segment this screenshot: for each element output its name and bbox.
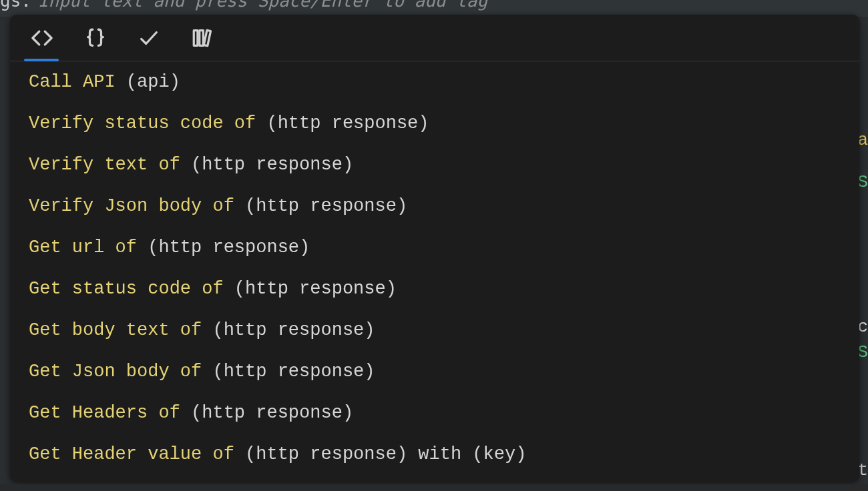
tab-library[interactable] — [177, 18, 227, 58]
tab-keywords[interactable] — [17, 18, 67, 58]
check-icon — [138, 27, 160, 49]
svg-rect-2 — [204, 30, 210, 45]
suggestion-keyword: Call API — [29, 72, 126, 92]
suggestion-row[interactable]: Get body text of (http response) — [29, 322, 854, 340]
tab-strip — [10, 15, 859, 61]
angle-brackets-icon — [31, 27, 53, 49]
suggestion-row[interactable]: Get Headers of (http response) — [29, 404, 854, 422]
suggestion-keyword: Verify status code of — [29, 113, 266, 133]
svg-rect-0 — [194, 30, 198, 45]
tab-assertions[interactable] — [124, 18, 174, 58]
suggestion-row[interactable]: Call API (api) — [29, 73, 854, 91]
tab-variables[interactable] — [70, 18, 120, 58]
suggestion-list: Call API (api)Verify status code of (htt… — [10, 61, 859, 482]
curly-braces-icon — [84, 27, 107, 49]
tags-input-placeholder[interactable]: Input text and press Space/Enter to add … — [38, 0, 487, 11]
suggestion-keyword: Get url of — [29, 237, 148, 258]
suggestion-row[interactable]: Get url of (http response) — [29, 239, 854, 257]
suggestion-keyword: Get status code of — [29, 279, 234, 299]
suggestion-row[interactable]: Verify Json body of (http response) — [29, 197, 854, 215]
suggestion-popup: Call API (api)Verify status code of (htt… — [10, 15, 859, 482]
suggestion-keyword: Get Headers of — [29, 403, 191, 423]
suggestion-args: (api) — [126, 72, 180, 92]
suggestion-row[interactable]: Verify text of (http response) — [29, 156, 854, 174]
suggestion-keyword: Get body text of — [29, 320, 212, 340]
bottom-edge — [0, 484, 868, 491]
svg-rect-1 — [199, 30, 203, 45]
suggestion-args: (http response) — [191, 155, 353, 175]
suggestion-row[interactable]: Get Json body of (http response) — [29, 363, 854, 381]
suggestion-args: (http response) — [234, 279, 397, 299]
suggestion-args: (http response) — [148, 237, 310, 258]
suggestion-args: (http response) — [245, 196, 407, 216]
suggestion-args: (http response) — [266, 113, 429, 133]
books-icon — [191, 27, 214, 49]
suggestion-args: (http response) — [212, 362, 375, 382]
suggestion-row[interactable]: Get Header value of (http response) with… — [29, 446, 854, 464]
suggestion-keyword: Get Header value of — [29, 444, 245, 464]
suggestion-keyword: Verify text of — [29, 155, 191, 175]
suggestion-args: (http response) with (key) — [245, 444, 526, 464]
suggestion-args: (http response) — [191, 403, 353, 423]
suggestion-keyword: Verify Json body of — [29, 196, 245, 216]
suggestion-args: (http response) — [212, 320, 375, 340]
suggestion-row[interactable]: Get status code of (http response) — [29, 280, 854, 298]
tags-label: gs: — [0, 0, 31, 11]
suggestion-keyword: Get Json body of — [29, 362, 212, 382]
suggestion-row[interactable]: Verify status code of (http response) — [29, 115, 854, 133]
